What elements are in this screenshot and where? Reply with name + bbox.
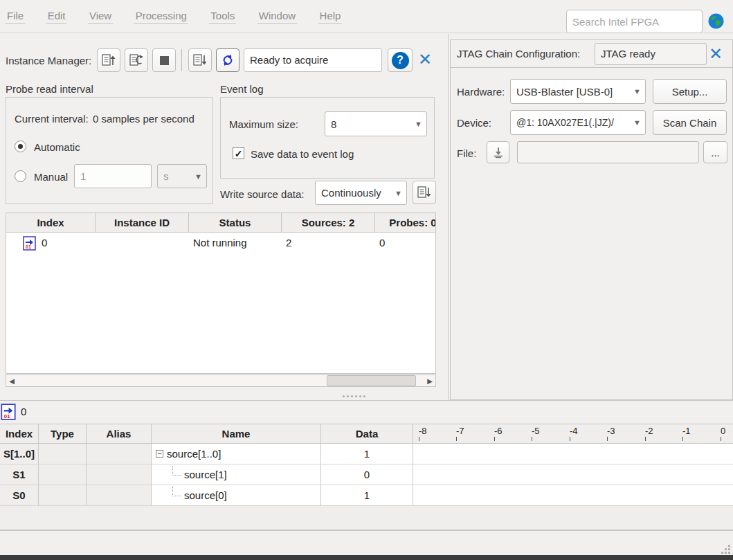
load-file-button[interactable] [487,141,509,163]
column-header-index[interactable]: Index [0,424,39,443]
hardware-label: Hardware: [457,86,505,98]
event-log-title: Event log [220,83,264,95]
menu-window[interactable]: Window [257,10,297,24]
column-header-name[interactable]: Name [152,424,321,443]
row-data-cell: 1 [321,444,413,464]
interval-unit-dropdown[interactable]: s ▼ [157,164,207,188]
column-header-status[interactable]: Status [189,213,282,232]
menu-view[interactable]: View [88,10,113,24]
application-window: File Edit View Processing Tools Window H… [0,0,733,560]
automatic-radio-label[interactable]: Automatic [34,141,80,153]
stop-button[interactable] [152,48,176,72]
acquire-status-field: Ready to acquire [244,48,382,72]
chevron-down-icon: ▼ [633,87,641,96]
hardware-value: USB-Blaster [USB-0] [516,86,613,98]
close-jtag-panel-icon[interactable]: ✕ [709,46,723,62]
help-button[interactable]: ? [388,48,413,72]
menu-bar: File Edit View Processing Tools Window H… [0,0,733,33]
manual-radio[interactable] [15,170,26,182]
sync-arrows-icon [220,53,235,68]
write-source-mode-value: Continuously [321,187,381,199]
horizontal-splitter-handle[interactable] [343,395,370,397]
maximum-size-dropdown[interactable]: 8 ▼ [325,111,427,136]
instance-manager-pane: Instance Manager: [0,34,449,400]
browse-file-button[interactable]: ... [703,141,727,163]
timeline-tick: -6 [494,426,503,436]
menu-edit[interactable]: Edit [46,10,67,24]
column-header-instance-id[interactable]: Instance ID [96,213,189,232]
continuously-write-source-data-button[interactable] [216,48,239,72]
list-up-arrow-icon [101,53,116,68]
setup-button[interactable]: Setup... [653,79,727,104]
probe-read-interval-group: Current interval: 0 samples per second A… [6,97,213,204]
timeline-tick: -1 [682,426,691,436]
source-row-group[interactable]: S[1..0] − source[1..0] 1 [0,444,733,464]
column-header-index[interactable]: Index [6,213,96,232]
menu-file[interactable]: File [6,10,25,24]
horizontal-scrollbar[interactable]: ◀ ▶ [6,374,436,387]
column-header-alias[interactable]: Alias [87,424,152,443]
write-source-mode-dropdown[interactable]: Continuously ▼ [315,181,407,205]
write-source-data-button[interactable] [188,48,212,72]
sources-table: Index Type Alias Name Data -8 -7 -6 -5 -… [0,424,733,506]
row-name-cell: source[1] [152,464,321,485]
file-path-field[interactable] [517,141,699,163]
collapse-expander-icon[interactable]: − [156,450,163,458]
scroll-right-icon[interactable]: ▶ [424,375,435,386]
jtag-status-field: JTAG ready [595,43,707,65]
waveform-cell[interactable] [413,464,733,485]
instance-icon: 01 [1,404,16,420]
current-interval-label: Current interval: [15,113,89,125]
column-header-type[interactable]: Type [39,424,87,443]
row-index-cell: S1 [0,464,39,485]
read-probe-data-button[interactable] [97,48,120,72]
chevron-down-icon: ▼ [395,189,402,197]
row-data-cell: 0 [321,464,413,485]
source-row[interactable]: S1 source[1] 0 [0,464,733,485]
scroll-left-icon[interactable]: ◀ [6,375,17,386]
instance-row[interactable]: 01 0 Not running 2 0 [6,233,435,253]
menu-tools[interactable]: Tools [209,10,236,24]
timeline-tick: 0 [721,426,725,436]
instance-index-cell: 01 0 [6,233,96,253]
write-source-once-button[interactable] [413,181,436,204]
maximum-size-value: 8 [331,118,336,130]
continuously-read-probe-data-button[interactable] [125,48,148,72]
chevron-down-icon: ▼ [633,118,641,127]
column-header-data[interactable]: Data [321,424,413,443]
scrollbar-track[interactable] [17,375,424,386]
waveform-cell[interactable] [413,444,733,464]
download-to-device-icon [492,146,505,159]
hardware-dropdown[interactable]: USB-Blaster [USB-0] ▼ [510,79,646,104]
search-input[interactable] [566,10,703,33]
instance-status-cell: Not running [189,233,282,253]
globe-icon[interactable] [707,12,725,30]
manual-interval-input[interactable] [74,164,152,188]
main-area: Instance Manager: [0,34,733,401]
window-resize-grip[interactable] [721,544,730,554]
waveform-cell[interactable] [413,485,733,505]
menu-help[interactable]: Help [318,10,343,24]
column-header-sources[interactable]: Sources: 2 [282,213,375,232]
device-dropdown[interactable]: @1: 10AX027E1(.|JZ)/ ▼ [510,110,646,135]
instance-table-header: Index Instance ID Status Sources: 2 Prob… [6,213,435,233]
panel-lower-strip [0,506,733,531]
column-header-probes[interactable]: Probes: 0 [375,213,436,232]
save-event-log-label[interactable]: Save data to event log [251,148,354,160]
instance-manager-label: Instance Manager: [6,55,91,66]
scrollbar-thumb[interactable] [327,375,416,386]
toolbar-separator [181,49,182,71]
instance-group-label: 0 [21,406,26,417]
status-bar [0,532,733,554]
menu-processing[interactable]: Processing [134,10,188,24]
scan-chain-button[interactable]: Scan Chain [653,110,727,135]
automatic-radio[interactable] [15,141,26,152]
interval-unit-value: s [163,170,169,182]
sources-probes-panel: 01 0 Index Type Alias Name Data -8 -7 -6… [0,401,733,560]
list-refresh-icon [129,53,144,68]
timeline-tick: -8 [419,426,427,436]
manual-radio-label[interactable]: Manual [34,171,68,183]
close-instance-manager-icon[interactable]: ✕ [418,51,432,68]
save-event-log-checkbox[interactable]: ✓ [233,147,244,159]
source-row[interactable]: S0 source[0] 1 [0,485,733,506]
